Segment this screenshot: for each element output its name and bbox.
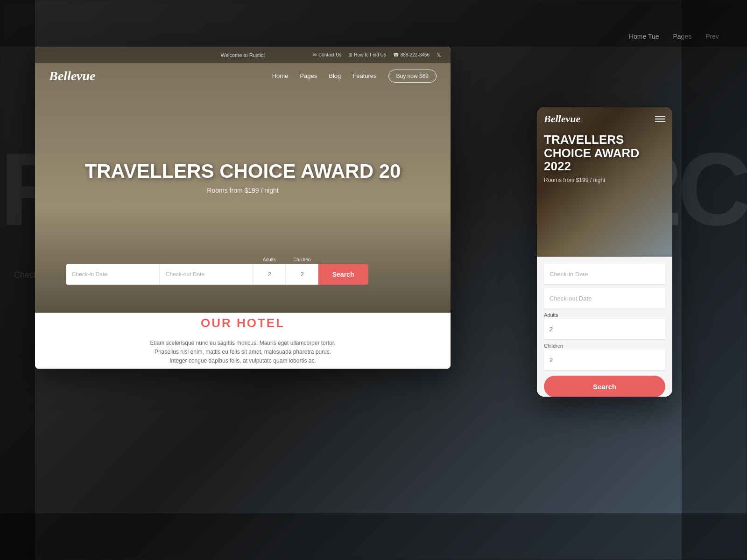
mobile-search-button[interactable]: Search xyxy=(544,376,665,397)
desktop-hero-content: TRAVELLERS CHOICE AWARD 20 Rooms from $1… xyxy=(77,161,409,208)
nav-link-home[interactable]: Home xyxy=(272,72,289,79)
desktop-adults-input[interactable] xyxy=(253,264,286,285)
desktop-checkout-input[interactable] xyxy=(160,264,253,285)
hotel-section: OUR HOTEL Etiam scelerisque nunc eu sagi… xyxy=(35,313,451,369)
children-group: Children xyxy=(286,257,318,285)
mobile-children-label: Children xyxy=(544,343,665,349)
nav-link-pages[interactable]: Pages xyxy=(300,72,317,79)
mobile-children-group: Children xyxy=(544,343,665,370)
desktop-hero-subtitle: Rooms from $199 / night xyxy=(77,187,409,194)
mobile-adults-label: Adults xyxy=(544,312,665,318)
topbar-find[interactable]: ⊞ How to Find Us xyxy=(348,52,386,57)
menu-line-2 xyxy=(655,119,665,119)
map-icon: ⊞ xyxy=(348,52,352,57)
mobile-hero-subtitle: Rooms from $199 / night xyxy=(544,177,665,183)
topbar-phone[interactable]: ☎ 888-222-3456 xyxy=(393,52,430,57)
nav-link-features[interactable]: Features xyxy=(352,72,376,79)
mobile-mockup: Bellevue TRAVELLERS CHOICE AWARD 2022 Ro… xyxy=(537,107,672,397)
mobile-logo: Bellevue xyxy=(544,113,580,125)
mobile-hero: Bellevue TRAVELLERS CHOICE AWARD 2022 Ro… xyxy=(537,107,672,257)
topbar-contact[interactable]: ✉ Contact Us xyxy=(313,52,341,57)
mobile-form: Adults Children Search xyxy=(537,257,672,397)
hotel-text-line2: Phasellus nisi enim, mattis eu felis sit… xyxy=(155,349,331,355)
desktop-topbar: Welcome to Rustic! ✉ Contact Us ⊞ How to… xyxy=(35,47,451,63)
desktop-logo: Bellevue xyxy=(49,69,96,84)
phone-icon: ☎ xyxy=(393,52,399,57)
mobile-menu-button[interactable] xyxy=(655,116,665,122)
topbar-links: ✉ Contact Us ⊞ How to Find Us ☎ 888-222-… xyxy=(313,52,441,58)
hotel-text-line3: Integer congue dapibus felis, at vulputa… xyxy=(169,357,316,364)
side-dim-right xyxy=(682,0,747,560)
desktop-search-button[interactable]: Search xyxy=(318,264,368,285)
mobile-hero-title: TRAVELLERS CHOICE AWARD 2022 xyxy=(544,133,665,173)
desktop-nav: Bellevue Home Pages Blog Features Buy no… xyxy=(35,63,451,89)
desktop-nav-links: Home Pages Blog Features Buy now $69 xyxy=(272,70,437,83)
mobile-checkout-input[interactable] xyxy=(544,288,665,308)
desktop-search-form: Adults Children Search xyxy=(66,257,420,285)
children-label: Children xyxy=(286,257,318,262)
desktop-hero: Welcome to Rustic! ✉ Contact Us ⊞ How to… xyxy=(35,47,451,313)
desktop-hero-title: TRAVELLERS CHOICE AWARD 20 xyxy=(77,161,409,182)
mobile-adults-input[interactable] xyxy=(544,319,665,339)
adults-group: Adults xyxy=(253,257,286,285)
desktop-children-input[interactable] xyxy=(286,264,318,285)
side-dim-left xyxy=(0,0,35,560)
desktop-checkin-input[interactable] xyxy=(66,264,160,285)
bg-nav-item-1: Home Tue xyxy=(629,33,659,40)
menu-line-1 xyxy=(655,116,665,117)
nav-link-blog[interactable]: Blog xyxy=(329,72,341,79)
mobile-checkin-input[interactable] xyxy=(544,264,665,284)
bg-nav: Home Tue Pages Prev xyxy=(0,26,747,47)
mobile-children-input[interactable] xyxy=(544,350,665,370)
menu-line-3 xyxy=(655,121,665,122)
mobile-hero-content: TRAVELLERS CHOICE AWARD 2022 Rooms from … xyxy=(544,133,665,183)
buy-now-button[interactable]: Buy now $69 xyxy=(388,70,437,83)
hotel-title: OUR HOTEL xyxy=(201,316,285,330)
email-icon: ✉ xyxy=(313,52,317,57)
twitter-icon[interactable]: 𝕏 xyxy=(437,52,441,58)
mobile-nav: Bellevue xyxy=(537,107,672,131)
topbar-welcome: Welcome to Rustic! xyxy=(221,52,265,58)
hotel-text-line1: Etiam scelerisque nunc eu sagittis rhonc… xyxy=(150,340,336,346)
bottom-dim xyxy=(0,513,747,560)
desktop-mockup: Welcome to Rustic! ✉ Contact Us ⊞ How to… xyxy=(35,47,451,369)
mobile-adults-group: Adults xyxy=(544,312,665,339)
adults-label: Adults xyxy=(253,257,286,262)
hotel-description: Etiam scelerisque nunc eu sagittis rhonc… xyxy=(150,339,336,366)
